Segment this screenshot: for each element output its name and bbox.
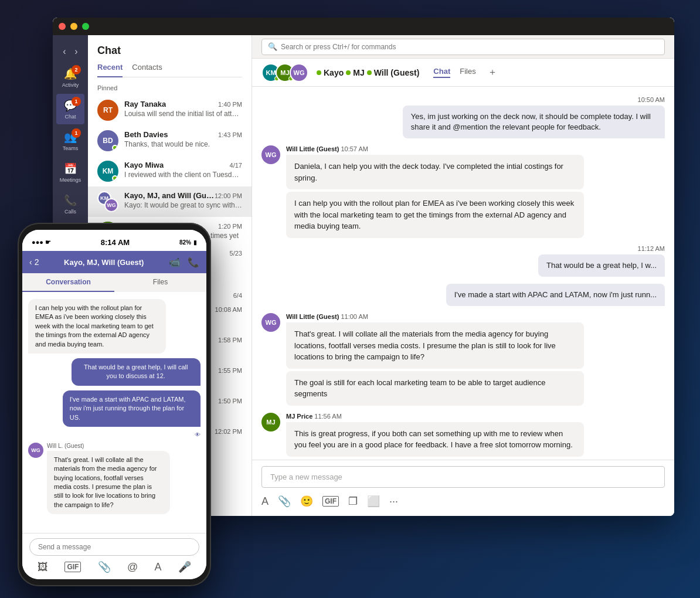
minimize-button[interactable] [70,23,77,30]
sidebar-item-chat[interactable]: 💬 Chat 1 [56,94,84,124]
sender-name: Will Little (Guest) [286,313,339,320]
more-options-icon[interactable]: ··· [389,495,398,508]
message-time: 10:57 AM [341,145,368,152]
phone-chat-title: Kayo, MJ, Will (Guest) [43,258,164,267]
message-input-area: Type a new message A 📎 🙂 GIF ❐ ⬜ ··· [252,460,674,516]
message-right: 10:50 AM Yes, im just working on the dec… [403,96,665,138]
scene: ‹ › 🔔 Activity 2 💬 Chat 1 👥 Teams 1 [0,0,700,598]
sticker-icon[interactable]: ❐ [348,495,358,508]
message-bubble: Daniela, I can help you with the deck to… [286,155,584,189]
chat-tabs: Recent Contacts [97,63,242,77]
chat-time: 1:58 PM [218,337,242,344]
name-row: Kayo Miwa 4/17 [124,161,242,169]
nav-forward[interactable]: › [70,46,82,57]
chat-time: 12:02 PM [215,428,242,435]
mic-icon[interactable]: 🎤 [178,560,191,573]
message-bubble: I've made a start with APAC and LATAM, n… [446,284,665,306]
messages-area: 10:50 AM Yes, im just working on the dec… [252,87,674,460]
sender-time: Will Little (Guest) 11:00 AM [286,313,584,320]
phone-messages: I can help you with the rollout plan for… [22,292,206,533]
phone-tabs: Conversation Files [22,273,206,292]
maximize-button[interactable] [82,23,89,30]
read-receipt: 👁 [195,431,201,438]
close-button[interactable] [59,23,66,30]
avatar-2: WG [104,198,118,212]
format-icon[interactable]: A [155,561,162,573]
message-right: 11:12 AM That would be a great help, I w… [538,245,665,277]
phone-sender: Will L. (Guest) [47,443,201,449]
chat-preview: I reviewed with the client on Tuesday, s… [124,171,242,179]
teams-label: Teams [63,145,79,151]
message-time: 10:50 AM [403,96,665,103]
activity-label: Activity [62,82,79,88]
chat-preview: Kayo: It would be great to sync with you… [124,201,242,209]
gif-icon[interactable]: GIF [322,496,339,507]
video-icon[interactable]: 📹 [169,257,181,268]
phone-message-with-avatar: WG Will L. (Guest) That's great. I will … [28,443,201,514]
tab-files[interactable]: Files [460,67,475,78]
tab-chat[interactable]: Chat [433,67,450,78]
sender-name: MJ Price [286,413,312,420]
header-avatars: KM MJ WG [261,63,308,82]
list-item[interactable]: KM WG Kayo, MJ, and Will (Guest) 12:00 P… [88,186,252,217]
attach-icon[interactable]: 📎 [278,495,291,508]
search-box[interactable]: 🔍 [261,39,665,55]
phone-input-toolbar: 🖼 GIF 📎 @ A 🎤 [29,559,199,575]
message-right: I've made a start with APAC and LATAM, n… [446,284,665,306]
sidebar-item-teams[interactable]: 👥 Teams 1 [56,125,84,156]
phone-battery: 82% ▮ [179,239,197,246]
message-left: WG Will Little (Guest) 11:00 AM That's g… [261,313,584,406]
tab-recent[interactable]: Recent [97,63,123,77]
phone-message-input[interactable] [29,538,199,556]
sidebar-item-calls[interactable]: 📞 Calls [56,189,84,219]
sidebar-item-activity[interactable]: 🔔 Activity 2 [56,62,84,93]
chat-info: Kayo Miwa 4/17 I reviewed with the clien… [124,161,242,179]
chat-info: Beth Davies 1:43 PM Thanks, that would b… [124,130,242,148]
name-row: Ray Tanaka 1:40 PM [124,100,242,108]
photo-icon[interactable]: 🖼 [38,561,48,573]
chat-list-header: Chat Recent Contacts [88,35,252,77]
search-input[interactable] [281,43,658,51]
format-text-icon[interactable]: A [261,495,269,508]
message-time: 11:12 AM [538,245,665,252]
message-content: MJ Price 11:56 AM This is great progress… [286,413,584,457]
message-input-box[interactable]: Type a new message [261,466,665,488]
online-indicator [112,145,118,151]
phone-tab-conversation[interactable]: Conversation [22,273,114,292]
header-names: Kayo MJ Will (Guest) [317,68,419,77]
chat-time: 4/17 [230,162,242,169]
sidebar-top: ‹ › [55,41,86,62]
emoji-icon[interactable]: 🙂 [300,495,313,508]
add-tab-button[interactable]: ＋ [488,66,497,79]
contact-name: Kayo, MJ, and Will (Guest) [124,191,215,200]
message-toolbar: A 📎 🙂 GIF ❐ ⬜ ··· [261,492,665,510]
avatar: BD [97,130,118,151]
gif-icon[interactable]: GIF [64,562,81,572]
list-item[interactable]: BD Beth Davies 1:43 PM Thanks, that woul… [88,125,252,156]
message-bubble: That's great. I will collate all the mat… [286,322,584,369]
window-controls [53,18,674,35]
list-item[interactable]: RT Ray Tanaka 1:40 PM Louisa will send t… [88,95,252,125]
online-indicator [112,175,118,181]
sidebar-item-meetings[interactable]: 📅 Meetings [56,157,84,188]
phone-screen: ●●● ☛ 8:14 AM 82% ▮ ‹ 2 Kayo, MJ, Will (… [22,230,206,579]
chat-badge: 1 [72,97,81,106]
phone-back-button[interactable]: ‹ 2 [29,257,39,267]
chat-time: 1:55 PM [218,367,242,374]
calls-label: Calls [64,209,76,215]
schedule-icon[interactable]: ⬜ [367,495,380,508]
tab-contacts[interactable]: Contacts [132,63,162,77]
phone-call-icon[interactable]: 📞 [188,257,199,268]
message-bubble: This is great progress, if you both can … [286,422,584,457]
nav-back[interactable]: ‹ [59,46,70,57]
message-bubble: The goal is still for each local marketi… [286,371,584,406]
at-icon[interactable]: @ [127,561,138,573]
phone-message-right: I've made a start with APAC and LATAM, n… [63,390,201,427]
phone-avatar: WG [28,443,43,458]
phone-tab-files[interactable]: Files [114,273,206,292]
attach-icon[interactable]: 📎 [98,560,111,573]
message-bubble: Yes, im just working on the deck now, it… [403,106,665,138]
chat-time: 1:50 PM [218,397,242,405]
group-avatar: KM WG [97,191,118,212]
list-item[interactable]: KM Kayo Miwa 4/17 I reviewed with the cl… [88,156,252,186]
